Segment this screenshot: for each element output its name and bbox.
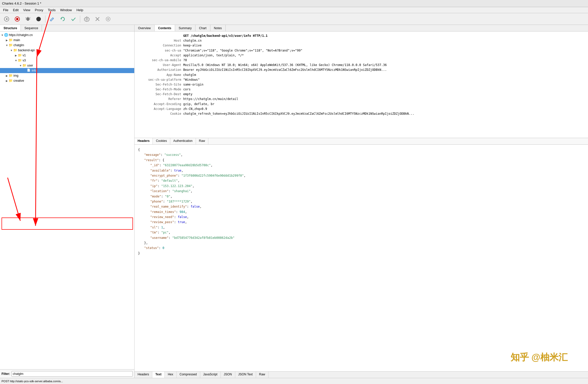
toggle-backend-api[interactable]: ▼ [10, 48, 13, 52]
toggle-user[interactable]: ▼ [19, 64, 22, 67]
menu-bar: File Edit View Proxy Tools Window Help [0, 7, 588, 13]
req-app-name-line: App-Name chatglm [138, 73, 585, 77]
req-auth-line: Authorization Bearer eyJhbGciOiJIUzI1NiI… [138, 68, 585, 72]
menu-view[interactable]: View [21, 8, 32, 12]
label-main: main [13, 38, 20, 42]
bottom-tab-raw[interactable]: Raw [256, 372, 268, 378]
toggle-chatglm[interactable]: ▼ [5, 43, 9, 47]
debug-button[interactable] [23, 14, 32, 24]
json-val-location: "shanghai" [172, 189, 191, 193]
toggle-main[interactable]: ▶ [5, 38, 9, 42]
repeat-button[interactable] [58, 14, 67, 24]
sub-tab-headers[interactable]: Headers [135, 138, 153, 144]
tree-item-root[interactable]: ▼ 🌐 https://chatglm.cn [0, 32, 134, 38]
tree-item-v1[interactable]: ▶ 📁 v1 [0, 53, 134, 58]
toggle-creative[interactable]: ▶ [5, 79, 9, 82]
json-val-review-need: false [178, 215, 187, 219]
menu-proxy[interactable]: Proxy [33, 8, 45, 12]
tree-container[interactable]: ▼ 🌐 https://chatglm.cn ▶ 📁 main ▼ 📁 chat… [0, 31, 134, 369]
toggle-root[interactable]: ▼ [1, 33, 4, 37]
json-key-ip: "ip" [150, 184, 158, 188]
label-chatglm: chatglm [13, 43, 24, 47]
clear-button[interactable] [34, 14, 43, 24]
request-sub-tabs: Headers Cookies Authentication Raw [135, 138, 588, 145]
label-user: user [27, 64, 33, 67]
menu-edit[interactable]: Edit [11, 8, 21, 12]
svg-line-7 [29, 18, 30, 18]
svg-rect-3 [16, 18, 18, 20]
tab-summary[interactable]: Summary [175, 25, 195, 31]
bottom-tab-hex[interactable]: Hex [165, 372, 176, 378]
menu-file[interactable]: File [1, 8, 10, 12]
start-recording-button[interactable] [2, 14, 11, 24]
left-panel: Structure Sequence ▼ 🌐 https://chatglm.c… [0, 25, 135, 378]
req-referer-line: Referer https://chatglm.cn/main/detail [138, 97, 585, 102]
filter-bar: Filter: [0, 369, 134, 378]
bottom-tab-compressed[interactable]: Compressed [177, 372, 200, 378]
sub-tab-raw[interactable]: Raw [196, 138, 208, 144]
gear2-button[interactable] [104, 14, 113, 24]
req-val-sec-fetch-mode: cors [183, 87, 585, 92]
tab-structure[interactable]: Structure [0, 25, 21, 31]
bottom-tab-javascript[interactable]: JavaScript [200, 372, 221, 378]
icon-chatglm: 📁 [9, 43, 13, 47]
stop-recording-button[interactable] [13, 14, 22, 24]
json-val-status: 0 [162, 246, 164, 250]
label-creative: creative [13, 79, 24, 82]
json-val-ip: "153.122.123.204" [161, 184, 192, 188]
sub-tab-cookies[interactable]: Cookies [153, 138, 170, 144]
json-key-mode: "mode" [150, 195, 161, 198]
app-title: Charles 4.6.2 - Session 1 * [2, 2, 41, 5]
json-key-result: "result" [144, 158, 159, 162]
json-close: } [138, 252, 140, 255]
bottom-tab-json-text[interactable]: JSON Text [235, 372, 256, 378]
menu-help[interactable]: Help [74, 8, 85, 12]
tree-item-v3[interactable]: ▼ 📁 v3 [0, 58, 134, 63]
req-val-user-agent: Mozilla/5.0 (Windows NT 10.0; Win64; x64… [183, 63, 585, 68]
json-key-review-need: "review_need" [150, 215, 174, 219]
tools-button[interactable] [93, 14, 102, 24]
main-layout: Structure Sequence ▼ 🌐 https://chatglm.c… [0, 25, 588, 378]
req-method-line: GET /chatglm/backend-api/v3/user/info HT… [138, 34, 585, 38]
icon-root: 🌐 [4, 33, 8, 37]
icon-main: 📁 [9, 38, 13, 42]
menu-tools[interactable]: Tools [46, 8, 58, 12]
req-val-sec-ch-ua: "Chromium";v="118", "Google Chrome";v="1… [183, 48, 585, 53]
compose-button[interactable] [47, 14, 57, 24]
toggle-img[interactable]: ▶ [5, 74, 9, 77]
req-key-sec-fetch-dest: Sec-Fetch-Dest [138, 92, 183, 97]
tab-notes[interactable]: Notes [210, 25, 226, 31]
tree-item-backend-api[interactable]: ▼ 📁 backend-api [0, 48, 134, 53]
tree-item-user[interactable]: ▼ 📁 user [0, 63, 134, 68]
toggle-v1[interactable]: ▶ [14, 54, 18, 57]
menu-window[interactable]: Window [58, 8, 74, 12]
settings-button[interactable] [82, 14, 91, 24]
icon-v1: 📁 [18, 53, 22, 57]
tab-sequence[interactable]: Sequence [21, 25, 42, 31]
json-key-review-pass: "review_pass" [150, 220, 174, 224]
sub-tab-authentication[interactable]: Authentication [170, 138, 196, 144]
req-val-sec-fetch-dest: empty [183, 92, 585, 97]
bottom-tab-headers[interactable]: Headers [135, 372, 152, 378]
tab-chart[interactable]: Chart [195, 25, 210, 31]
tab-overview[interactable]: Overview [135, 25, 155, 31]
toggle-v3[interactable]: ▼ [14, 59, 18, 62]
tree-item-img[interactable]: ▶ 📁 img [0, 73, 134, 78]
tree-item-creative[interactable]: ▶ 📁 creative [0, 78, 134, 83]
req-method-value: GET /chatglm/backend-api/v3/user/info HT… [183, 34, 585, 38]
tree-item-main[interactable]: ▶ 📁 main [0, 38, 134, 43]
req-val-accept-language: zh-CN,zhq=0.9 [183, 107, 585, 111]
json-key-status: "status" [144, 246, 159, 250]
req-key-referer: Referer [138, 97, 183, 102]
req-sec-ch-ua-line: sec-ch-ua "Chromium";v="118", "Google Ch… [138, 48, 585, 53]
bottom-tab-json[interactable]: JSON [221, 372, 235, 378]
req-key-sec-fetch-site: Sec-Fetch-Site [138, 82, 183, 87]
filter-input[interactable] [11, 371, 133, 377]
tree-item-info[interactable]: 📄 info [0, 68, 134, 73]
bottom-tab-text[interactable]: Text [152, 372, 165, 378]
req-key-sec-ch-ua: sec-ch-ua [138, 48, 183, 53]
tree-item-chatglm[interactable]: ▼ 📁 chatglm [0, 43, 134, 48]
validate-button[interactable] [69, 14, 78, 24]
tab-contents[interactable]: Contents [155, 25, 175, 31]
json-key-fr: "fr" [150, 179, 158, 182]
